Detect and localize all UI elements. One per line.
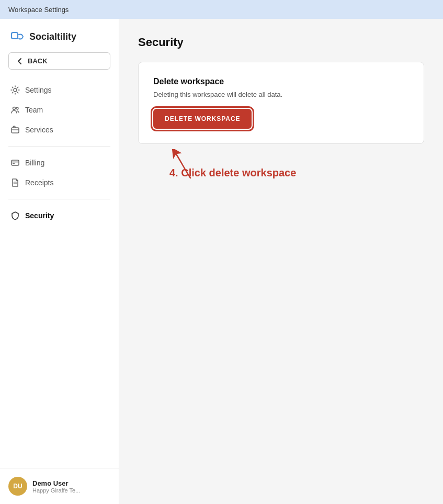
svg-point-3 [16, 107, 18, 109]
delete-workspace-button[interactable]: DELETE WORKSPACE [153, 109, 252, 129]
sidebar-item-services[interactable]: Services [4, 120, 115, 140]
top-bar-title: Workspace Settings [8, 6, 69, 14]
svg-rect-8 [13, 163, 15, 164]
avatar: DU [8, 477, 27, 496]
billing-icon [10, 158, 20, 167]
user-name: Demo User [32, 479, 80, 487]
sidebar: Socialtility BACK Settings [0, 19, 119, 504]
top-bar: Workspace Settings [0, 0, 443, 19]
nav-section-main: Settings Team Services [0, 80, 119, 140]
logo-text: Socialtility [29, 31, 76, 42]
divider-1 [8, 146, 110, 147]
divider-2 [8, 199, 110, 199]
sidebar-item-receipts[interactable]: Receipts [4, 173, 115, 193]
sidebar-item-security[interactable]: Security [4, 206, 115, 226]
nav-section-security: Security [0, 206, 119, 226]
receipts-icon [10, 178, 20, 187]
sidebar-item-team[interactable]: Team [4, 100, 115, 120]
main-content: Security Delete workspace Deleting this … [119, 19, 443, 504]
logo-area: Socialtility [0, 19, 119, 52]
page-title: Security [138, 36, 424, 49]
card-title: Delete workspace [153, 77, 409, 86]
svg-rect-4 [12, 128, 19, 133]
user-footer: DU Demo User Happy Giraffe Te... [0, 468, 119, 504]
card-description: Deleting this workspace will delete all … [153, 91, 409, 98]
sidebar-item-settings[interactable]: Settings [4, 80, 115, 100]
team-icon [10, 105, 20, 115]
annotation-area: 4. Click delete workspace [138, 154, 424, 179]
gear-icon [10, 85, 20, 95]
back-button[interactable]: BACK [8, 52, 110, 70]
back-arrow-icon [16, 58, 24, 65]
svg-point-2 [13, 107, 16, 110]
nav-section-billing: Billing Receipts [0, 153, 119, 193]
services-icon [10, 125, 20, 135]
svg-point-1 [14, 88, 17, 92]
annotation-arrow [169, 149, 211, 181]
user-workspace: Happy Giraffe Te... [32, 487, 80, 494]
security-card: Delete workspace Deleting this workspace… [138, 62, 424, 144]
socialtility-icon [10, 29, 25, 44]
svg-rect-6 [12, 160, 19, 165]
user-info: Demo User Happy Giraffe Te... [32, 479, 80, 494]
shield-icon [10, 211, 20, 220]
svg-rect-0 [12, 32, 18, 39]
sidebar-item-billing[interactable]: Billing [4, 153, 115, 173]
